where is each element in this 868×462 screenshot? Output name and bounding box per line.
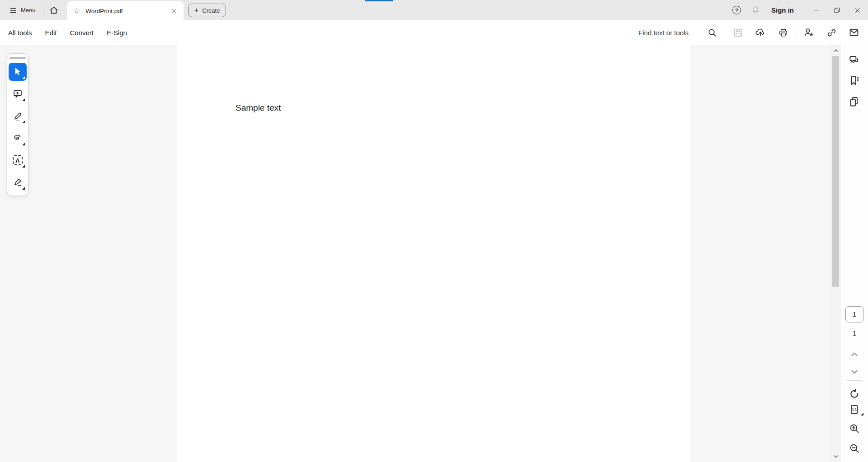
minimize-icon — [813, 7, 820, 14]
document-viewport: Sample text A — [0, 45, 868, 462]
dropdown-corner-icon — [22, 121, 25, 123]
save-icon — [733, 28, 743, 38]
top-accent-bar — [365, 0, 393, 1]
palette-drag-handle[interactable] — [9, 57, 26, 59]
restore-icon — [833, 6, 841, 14]
page-number-input[interactable] — [845, 306, 863, 322]
envelope-icon — [849, 27, 859, 38]
tool-fill-and-sign[interactable] — [9, 173, 27, 191]
svg-text:1:1: 1:1 — [852, 408, 856, 411]
dropdown-corner-icon — [22, 165, 25, 168]
rotate-page-button[interactable] — [849, 388, 860, 400]
toolbar-divider — [796, 27, 796, 38]
tool-highlight[interactable] — [9, 107, 27, 125]
zoom-level-button[interactable]: 1:1 — [849, 404, 860, 415]
zoom-in-icon — [849, 423, 860, 434]
chevron-up-icon — [849, 350, 859, 359]
menu-convert[interactable]: Convert — [70, 29, 94, 37]
request-signatures-button[interactable] — [803, 27, 814, 38]
close-icon — [854, 7, 861, 14]
pdf-page[interactable]: Sample text — [177, 45, 690, 462]
add-person-icon — [803, 27, 814, 38]
hamburger-icon — [9, 6, 17, 14]
scroll-up-button[interactable] — [831, 46, 840, 55]
menu-button[interactable]: Menu — [0, 0, 40, 20]
print-button[interactable] — [778, 27, 788, 38]
lasso-draw-icon — [12, 133, 23, 144]
tool-add-comment[interactable] — [9, 85, 27, 103]
text-select-icon: A — [13, 155, 23, 165]
pdf-page-text: Sample text — [236, 103, 281, 113]
zoom-out-icon — [849, 443, 860, 454]
cursor-arrow-icon — [12, 66, 23, 77]
tools-menubar: All tools Edit Convert E-Sign Find text … — [0, 20, 868, 45]
menu-esign[interactable]: E-Sign — [107, 29, 127, 37]
document-tab[interactable]: ☆ WordPrint.pdf — [67, 1, 184, 20]
highlighter-icon — [12, 111, 23, 121]
scrollbar-thumb[interactable] — [832, 56, 839, 287]
question-icon: ? — [735, 8, 738, 13]
notifications-button[interactable] — [751, 5, 760, 15]
help-button[interactable]: ? — [732, 6, 741, 14]
comments-panel-button[interactable] — [848, 54, 860, 66]
rail-divider — [847, 380, 862, 381]
link-icon — [826, 28, 837, 38]
tab-close-button[interactable] — [169, 6, 179, 16]
chevron-up-icon — [833, 48, 839, 53]
upload-cloud-button[interactable] — [755, 27, 766, 38]
dropdown-corner-icon — [861, 413, 863, 415]
dropdown-corner-icon — [22, 98, 25, 101]
titlebar: Menu ☆ WordPrint.pdf + Create ? Sign in — [0, 0, 868, 20]
find-text-label[interactable]: Find text or tools — [638, 29, 689, 37]
tool-select-text-box[interactable]: A — [9, 151, 27, 169]
save-button[interactable] — [732, 27, 743, 38]
rotate-clockwise-icon — [849, 388, 860, 400]
email-button[interactable] — [849, 27, 859, 38]
home-button[interactable] — [46, 3, 61, 18]
titlebar-divider — [43, 6, 43, 15]
restore-button[interactable] — [826, 0, 847, 20]
cloud-upload-icon — [755, 27, 766, 38]
minimize-button[interactable] — [806, 0, 826, 20]
zoom-out-button[interactable] — [849, 443, 860, 454]
dropdown-corner-icon — [22, 76, 25, 79]
previous-page-button[interactable] — [849, 350, 859, 359]
page-thumbnails-button[interactable] — [848, 96, 860, 108]
copy-pages-icon — [848, 96, 860, 108]
close-icon — [171, 8, 177, 14]
printer-icon — [778, 28, 788, 38]
chevron-down-icon — [833, 454, 839, 459]
total-pages-label: 1 — [840, 330, 868, 337]
plus-icon: + — [194, 7, 198, 14]
comment-plus-icon — [12, 89, 23, 99]
menu-label: Menu — [21, 7, 36, 14]
search-icon — [707, 28, 717, 38]
dropdown-corner-icon — [22, 187, 25, 190]
favorite-star-icon[interactable]: ☆ — [73, 7, 80, 15]
share-link-button[interactable] — [826, 27, 837, 38]
close-window-button[interactable] — [847, 0, 868, 20]
home-icon — [49, 5, 59, 15]
next-page-button[interactable] — [849, 367, 859, 377]
actual-size-icon: 1:1 — [849, 404, 860, 415]
tool-draw[interactable] — [9, 129, 27, 147]
dropdown-corner-icon — [22, 143, 25, 145]
quick-tools-palette: A — [7, 53, 28, 196]
create-label: Create — [202, 7, 220, 14]
scroll-down-button[interactable] — [831, 452, 840, 461]
right-rail: 1 1:1 — [840, 45, 868, 462]
bookmark-icon — [848, 75, 860, 87]
zoom-in-button[interactable] — [849, 423, 860, 434]
menu-edit[interactable]: Edit — [45, 29, 57, 37]
sign-pen-icon — [12, 177, 23, 188]
bell-icon — [751, 5, 760, 15]
tab-title: WordPrint.pdf — [85, 8, 169, 14]
sign-in-button[interactable]: Sign in — [771, 6, 794, 14]
search-button[interactable] — [707, 27, 717, 38]
create-button[interactable]: + Create — [188, 4, 226, 17]
chevron-down-icon — [849, 367, 859, 377]
menu-all-tools[interactable]: All tools — [8, 29, 32, 37]
tool-select[interactable] — [9, 63, 27, 81]
vertical-scrollbar[interactable] — [831, 45, 840, 462]
bookmarks-panel-button[interactable] — [848, 75, 860, 87]
